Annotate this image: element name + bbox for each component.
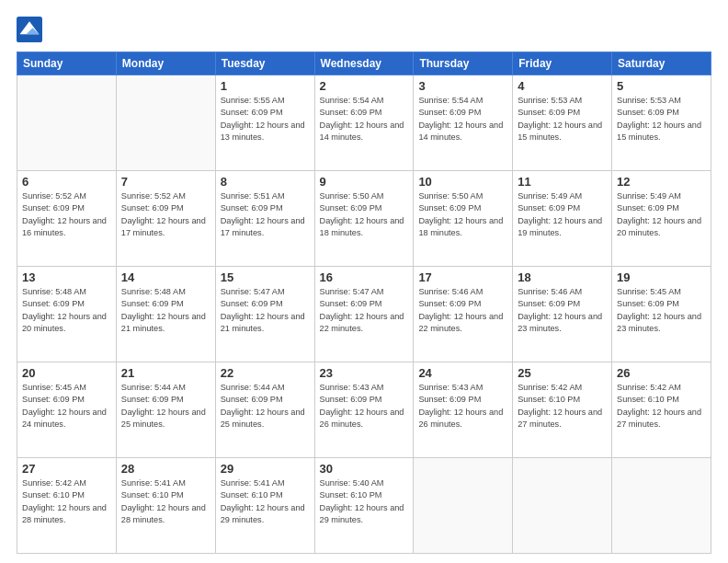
calendar-table: SundayMondayTuesdayWednesdayThursdayFrid… [17,52,711,554]
day-info: Sunrise: 5:53 AM Sunset: 6:09 PM Dayligh… [617,95,706,144]
day-info: Sunrise: 5:43 AM Sunset: 6:09 PM Dayligh… [418,382,507,431]
day-info: Sunrise: 5:45 AM Sunset: 6:09 PM Dayligh… [22,382,111,431]
calendar-week-row: 6Sunrise: 5:52 AM Sunset: 6:09 PM Daylig… [17,171,711,267]
day-number: 12 [617,175,706,189]
day-number: 14 [121,270,210,284]
day-number: 30 [320,462,409,476]
day-number: 25 [518,366,607,380]
day-number: 18 [518,270,607,284]
calendar-cell: 29Sunrise: 5:41 AM Sunset: 6:10 PM Dayli… [215,458,314,554]
calendar-cell: 1Sunrise: 5:55 AM Sunset: 6:09 PM Daylig… [215,75,314,171]
weekday-header: Monday [116,52,215,75]
day-info: Sunrise: 5:50 AM Sunset: 6:09 PM Dayligh… [418,190,507,239]
day-info: Sunrise: 5:52 AM Sunset: 6:09 PM Dayligh… [22,190,111,239]
day-info: Sunrise: 5:44 AM Sunset: 6:09 PM Dayligh… [221,382,310,431]
calendar-cell: 7Sunrise: 5:52 AM Sunset: 6:09 PM Daylig… [116,171,215,267]
calendar-cell: 19Sunrise: 5:45 AM Sunset: 6:09 PM Dayli… [612,267,711,362]
day-number: 2 [320,79,409,93]
day-number: 3 [418,79,507,93]
day-number: 7 [121,175,210,189]
calendar-cell: 2Sunrise: 5:54 AM Sunset: 6:09 PM Daylig… [314,75,414,171]
day-info: Sunrise: 5:41 AM Sunset: 6:10 PM Dayligh… [221,477,310,526]
day-number: 13 [22,270,111,284]
calendar-cell: 22Sunrise: 5:44 AM Sunset: 6:09 PM Dayli… [215,362,314,458]
calendar-cell [612,458,711,554]
weekday-header: Thursday [414,52,513,75]
day-number: 16 [320,270,409,284]
page: SundayMondayTuesdayWednesdayThursdayFrid… [0,0,728,563]
day-info: Sunrise: 5:47 AM Sunset: 6:09 PM Dayligh… [320,286,409,335]
calendar-cell: 20Sunrise: 5:45 AM Sunset: 6:09 PM Dayli… [17,362,117,458]
day-info: Sunrise: 5:43 AM Sunset: 6:09 PM Dayligh… [320,382,409,431]
calendar-cell: 23Sunrise: 5:43 AM Sunset: 6:09 PM Dayli… [314,362,414,458]
day-number: 26 [617,366,706,380]
day-number: 27 [22,462,111,476]
day-number: 21 [121,366,210,380]
day-number: 8 [221,175,310,189]
day-info: Sunrise: 5:54 AM Sunset: 6:09 PM Dayligh… [418,95,507,144]
weekday-header: Sunday [17,52,117,75]
day-number: 20 [22,366,111,380]
calendar-cell: 12Sunrise: 5:49 AM Sunset: 6:09 PM Dayli… [612,171,711,267]
calendar-cell: 8Sunrise: 5:51 AM Sunset: 6:09 PM Daylig… [215,171,314,267]
day-info: Sunrise: 5:53 AM Sunset: 6:09 PM Dayligh… [518,95,607,144]
calendar-week-row: 20Sunrise: 5:45 AM Sunset: 6:09 PM Dayli… [17,362,711,458]
calendar-cell [17,75,117,171]
day-number: 4 [518,79,607,93]
day-info: Sunrise: 5:45 AM Sunset: 6:09 PM Dayligh… [617,286,706,335]
day-number: 28 [121,462,210,476]
day-info: Sunrise: 5:46 AM Sunset: 6:09 PM Dayligh… [418,286,507,335]
calendar-cell [513,458,612,554]
calendar-cell: 25Sunrise: 5:42 AM Sunset: 6:10 PM Dayli… [513,362,612,458]
logo [17,17,46,42]
calendar-cell: 9Sunrise: 5:50 AM Sunset: 6:09 PM Daylig… [314,171,414,267]
day-info: Sunrise: 5:48 AM Sunset: 6:09 PM Dayligh… [22,286,111,335]
day-info: Sunrise: 5:42 AM Sunset: 6:10 PM Dayligh… [617,382,706,431]
calendar-cell: 30Sunrise: 5:40 AM Sunset: 6:10 PM Dayli… [314,458,414,554]
day-number: 9 [320,175,409,189]
day-info: Sunrise: 5:52 AM Sunset: 6:09 PM Dayligh… [121,190,210,239]
day-info: Sunrise: 5:49 AM Sunset: 6:09 PM Dayligh… [617,190,706,239]
calendar-cell: 27Sunrise: 5:42 AM Sunset: 6:10 PM Dayli… [17,458,117,554]
calendar-week-row: 13Sunrise: 5:48 AM Sunset: 6:09 PM Dayli… [17,267,711,362]
day-info: Sunrise: 5:44 AM Sunset: 6:09 PM Dayligh… [121,382,210,431]
weekday-header: Saturday [612,52,711,75]
day-info: Sunrise: 5:46 AM Sunset: 6:09 PM Dayligh… [518,286,607,335]
day-info: Sunrise: 5:49 AM Sunset: 6:09 PM Dayligh… [518,190,607,239]
calendar-week-row: 27Sunrise: 5:42 AM Sunset: 6:10 PM Dayli… [17,458,711,554]
day-number: 19 [617,270,706,284]
calendar-cell: 17Sunrise: 5:46 AM Sunset: 6:09 PM Dayli… [414,267,513,362]
calendar-cell: 6Sunrise: 5:52 AM Sunset: 6:09 PM Daylig… [17,171,117,267]
calendar-cell: 11Sunrise: 5:49 AM Sunset: 6:09 PM Dayli… [513,171,612,267]
day-info: Sunrise: 5:48 AM Sunset: 6:09 PM Dayligh… [121,286,210,335]
weekday-header: Friday [513,52,612,75]
day-number: 23 [320,366,409,380]
header [17,17,711,42]
day-info: Sunrise: 5:40 AM Sunset: 6:10 PM Dayligh… [320,477,409,526]
day-number: 6 [22,175,111,189]
day-number: 17 [418,270,507,284]
calendar-cell [116,75,215,171]
day-number: 15 [221,270,310,284]
calendar-cell: 24Sunrise: 5:43 AM Sunset: 6:09 PM Dayli… [414,362,513,458]
day-info: Sunrise: 5:54 AM Sunset: 6:09 PM Dayligh… [320,95,409,144]
calendar-cell: 5Sunrise: 5:53 AM Sunset: 6:09 PM Daylig… [612,75,711,171]
logo-icon [17,17,42,42]
calendar-cell: 13Sunrise: 5:48 AM Sunset: 6:09 PM Dayli… [17,267,117,362]
day-info: Sunrise: 5:42 AM Sunset: 6:10 PM Dayligh… [518,382,607,431]
day-number: 24 [418,366,507,380]
day-number: 22 [221,366,310,380]
weekday-header: Tuesday [215,52,314,75]
calendar-cell: 10Sunrise: 5:50 AM Sunset: 6:09 PM Dayli… [414,171,513,267]
day-number: 1 [221,79,310,93]
day-info: Sunrise: 5:47 AM Sunset: 6:09 PM Dayligh… [221,286,310,335]
weekday-header-row: SundayMondayTuesdayWednesdayThursdayFrid… [17,52,711,75]
calendar-cell: 15Sunrise: 5:47 AM Sunset: 6:09 PM Dayli… [215,267,314,362]
calendar-cell: 28Sunrise: 5:41 AM Sunset: 6:10 PM Dayli… [116,458,215,554]
calendar-cell: 16Sunrise: 5:47 AM Sunset: 6:09 PM Dayli… [314,267,414,362]
day-info: Sunrise: 5:41 AM Sunset: 6:10 PM Dayligh… [121,477,210,526]
calendar-cell: 3Sunrise: 5:54 AM Sunset: 6:09 PM Daylig… [414,75,513,171]
day-number: 11 [518,175,607,189]
calendar-cell [414,458,513,554]
day-info: Sunrise: 5:50 AM Sunset: 6:09 PM Dayligh… [320,190,409,239]
